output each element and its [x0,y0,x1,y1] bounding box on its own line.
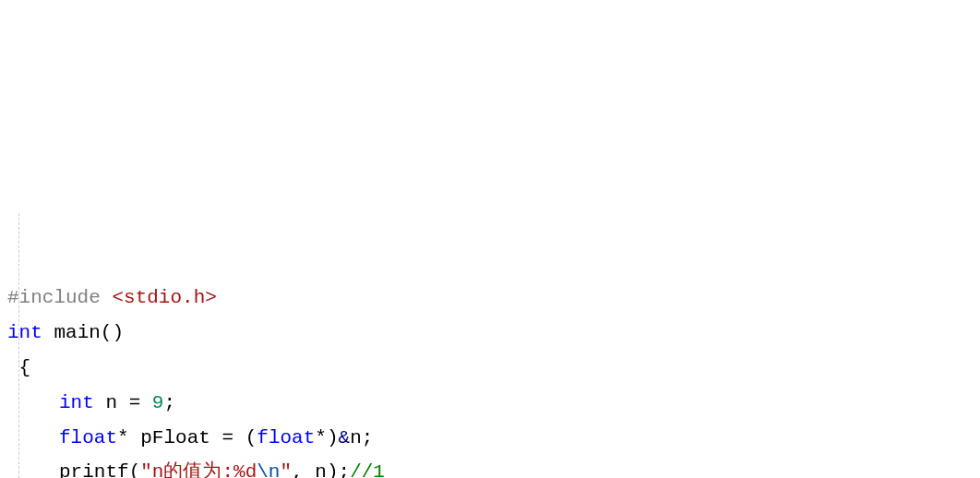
code-token: float [59,427,117,448]
code-token: " [280,461,292,478]
code-token: *) [315,427,338,448]
code-token: <stdio.h> [112,287,216,308]
code-line: int n = 9; [7,386,980,421]
code-token: ); [327,461,350,478]
code-token: n [350,427,362,448]
code-token: float [257,427,315,448]
code-line: int main() [7,316,980,351]
code-token: int [59,392,94,413]
code-token: main [54,322,100,343]
code-token: = ( [210,427,257,448]
code-token: , [292,461,315,478]
code-line: float* pFloat = (float*)&n; [7,421,980,456]
code-token: & [339,427,351,448]
code-editor: #include <stdio.h>int main() {int n = 9;… [0,139,980,478]
code-token: n [105,392,117,413]
code-token: ( [129,461,141,478]
code-line: { [7,351,980,386]
code-block: #include <stdio.h>int main() {int n = 9;… [7,281,980,478]
code-token: printf [59,461,129,478]
code-token: int [7,322,42,343]
code-token: { [7,357,30,378]
code-token: () [101,322,124,343]
code-token [42,322,54,343]
code-token [94,392,106,413]
code-token: = [117,392,152,413]
code-token: n [315,461,327,478]
code-token: "n的值为:%d [140,461,257,478]
code-token: #include [7,287,112,308]
code-token: 9 [152,392,164,413]
code-token: * [117,427,140,448]
code-token: ; [362,427,374,448]
code-token: \n [257,461,280,478]
code-line: #include <stdio.h> [7,281,980,316]
code-token: ; [163,392,175,413]
code-token: //1 [350,461,385,478]
code-line: printf("n的值为:%d\n", n);//1 [7,455,980,478]
code-token: pFloat [140,427,210,448]
